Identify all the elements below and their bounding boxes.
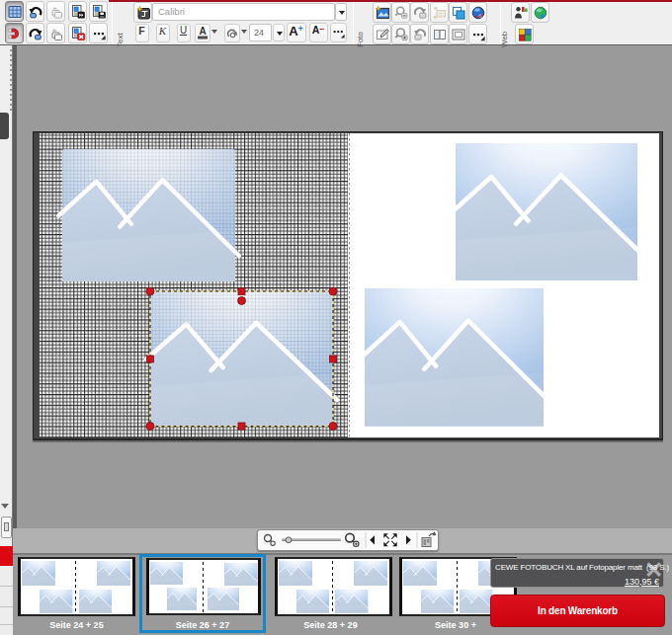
svg-text:A: A (199, 26, 206, 37)
